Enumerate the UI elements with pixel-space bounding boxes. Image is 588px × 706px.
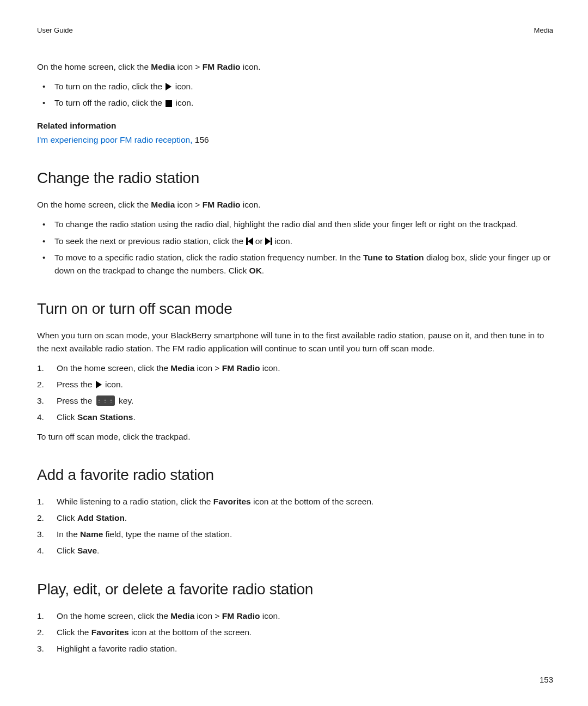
text: icon. bbox=[260, 363, 280, 373]
text: icon. bbox=[240, 200, 260, 209]
list-item: 4.Click Scan Stations. bbox=[37, 411, 553, 424]
add-station-label: Add Station bbox=[77, 513, 125, 522]
list-item: To move to a specific radio station, cli… bbox=[52, 251, 553, 277]
list-item: 2.Click Add Station. bbox=[37, 512, 553, 525]
media-label: Media bbox=[151, 200, 175, 209]
step-number: 1. bbox=[37, 610, 57, 623]
text: icon at the bottom of the screen. bbox=[129, 628, 252, 637]
related-info-heading: Related information bbox=[37, 119, 553, 132]
step-number: 1. bbox=[37, 362, 57, 375]
text: icon. bbox=[173, 98, 193, 107]
text: icon. bbox=[260, 611, 280, 620]
intro-bullets: To turn on the radio, click the icon. To… bbox=[37, 80, 553, 109]
scan-stations-label: Scan Stations bbox=[77, 412, 133, 422]
text: Click bbox=[57, 412, 77, 422]
media-label: Media bbox=[170, 363, 194, 373]
text: icon > bbox=[175, 62, 202, 71]
sec2-outro: To turn off scan mode, click the trackpa… bbox=[37, 430, 553, 443]
step-content: Click Scan Stations. bbox=[57, 411, 553, 424]
sec1-paragraph: On the home screen, click the Media icon… bbox=[37, 198, 553, 211]
step-content: In the Name field, type the name of the … bbox=[57, 528, 553, 541]
favorites-label: Favorites bbox=[91, 628, 129, 637]
list-item: 3.Press the key. bbox=[37, 394, 553, 407]
tune-to-station-label: Tune to Station bbox=[363, 253, 424, 262]
step-number: 4. bbox=[37, 544, 57, 557]
step-number: 3. bbox=[37, 642, 57, 655]
list-item: 1.On the home screen, click the Media ic… bbox=[37, 362, 553, 375]
text: . bbox=[262, 266, 264, 275]
fm-radio-label: FM Radio bbox=[203, 200, 241, 209]
ok-label: OK bbox=[249, 266, 262, 275]
text: icon. bbox=[173, 82, 193, 91]
section-heading-add-favorite: Add a favorite radio station bbox=[37, 463, 553, 486]
step-content: On the home screen, click the Media icon… bbox=[57, 610, 553, 623]
text: Press the bbox=[57, 380, 95, 389]
text: Click bbox=[57, 513, 77, 522]
play-icon bbox=[166, 83, 171, 90]
sec2-steps: 1.On the home screen, click the Media ic… bbox=[37, 362, 553, 424]
favorites-label: Favorites bbox=[213, 497, 251, 506]
step-number: 1. bbox=[37, 495, 57, 508]
step-content: Click Save. bbox=[57, 544, 553, 557]
page-header: User Guide Media bbox=[37, 26, 553, 34]
text: Click bbox=[57, 546, 77, 555]
text: To turn off the radio, click the bbox=[54, 98, 164, 107]
list-item: 1.On the home screen, click the Media ic… bbox=[37, 610, 553, 623]
related-link[interactable]: I'm experiencing poor FM radio reception… bbox=[37, 135, 193, 144]
sec2-intro: When you turn on scan mode, your BlackBe… bbox=[37, 329, 553, 355]
media-label: Media bbox=[170, 611, 194, 620]
step-number: 4. bbox=[37, 411, 57, 424]
list-item: To turn on the radio, click the icon. bbox=[52, 80, 553, 93]
sec4-steps: 1.On the home screen, click the Media ic… bbox=[37, 610, 553, 655]
menu-key-icon bbox=[96, 395, 115, 406]
list-item: To turn off the radio, click the icon. bbox=[52, 96, 553, 109]
list-item: To change the radio station using the ra… bbox=[52, 218, 553, 231]
text: On the home screen, click the bbox=[37, 62, 151, 71]
header-left: User Guide bbox=[37, 26, 73, 34]
list-item: 1.While listening to a radio station, cl… bbox=[37, 495, 553, 508]
step-number: 2. bbox=[37, 512, 57, 525]
text: or bbox=[253, 236, 265, 246]
text: To turn on the radio, click the bbox=[54, 82, 164, 91]
list-item: 4.Click Save. bbox=[37, 544, 553, 557]
text: On the home screen, click the bbox=[57, 363, 170, 373]
section-heading-play-edit-delete: Play, edit, or delete a favorite radio s… bbox=[37, 577, 553, 601]
text: Click the bbox=[57, 628, 91, 637]
document-page: User Guide Media On the home screen, cli… bbox=[0, 0, 588, 706]
text: icon > bbox=[194, 611, 222, 620]
text: On the home screen, click the bbox=[37, 200, 151, 209]
related-info-link-row: I'm experiencing poor FM radio reception… bbox=[37, 133, 553, 147]
section-heading-scan-mode: Turn on or turn off scan mode bbox=[37, 297, 553, 320]
sec3-steps: 1.While listening to a radio station, cl… bbox=[37, 495, 553, 557]
fm-radio-label: FM Radio bbox=[222, 363, 260, 373]
step-number: 3. bbox=[37, 528, 57, 541]
step-content: On the home screen, click the Media icon… bbox=[57, 362, 553, 375]
text: . bbox=[125, 513, 127, 522]
play-icon bbox=[96, 381, 102, 388]
save-label: Save bbox=[77, 546, 97, 555]
text: Highlight a favorite radio station. bbox=[57, 644, 177, 653]
text: To move to a specific radio station, cli… bbox=[54, 253, 363, 262]
name-field-label: Name bbox=[80, 530, 103, 539]
page-number: 153 bbox=[540, 675, 553, 684]
step-content: While listening to a radio station, clic… bbox=[57, 495, 553, 508]
list-item: 3.In the Name field, type the name of th… bbox=[37, 528, 553, 541]
text: While listening to a radio station, clic… bbox=[57, 497, 213, 506]
step-number: 2. bbox=[37, 378, 57, 391]
text: icon. bbox=[240, 62, 260, 71]
text: To seek the next or previous radio stati… bbox=[54, 236, 246, 246]
text: field, type the name of the station. bbox=[103, 530, 232, 539]
fm-radio-label: FM Radio bbox=[222, 611, 260, 620]
list-item: To seek the next or previous radio stati… bbox=[52, 235, 553, 248]
step-content: Highlight a favorite radio station. bbox=[57, 642, 553, 655]
text: key. bbox=[117, 396, 134, 405]
text: icon. bbox=[272, 236, 292, 246]
step-number: 3. bbox=[37, 394, 57, 407]
step-content: Click Add Station. bbox=[57, 512, 553, 525]
text: In the bbox=[57, 530, 80, 539]
list-item: 3.Highlight a favorite radio station. bbox=[37, 642, 553, 655]
step-content: Click the Favorites icon at the bottom o… bbox=[57, 626, 553, 639]
header-right: Media bbox=[534, 26, 553, 34]
page-body: On the home screen, click the Media icon… bbox=[37, 60, 553, 655]
stop-icon bbox=[166, 100, 172, 107]
